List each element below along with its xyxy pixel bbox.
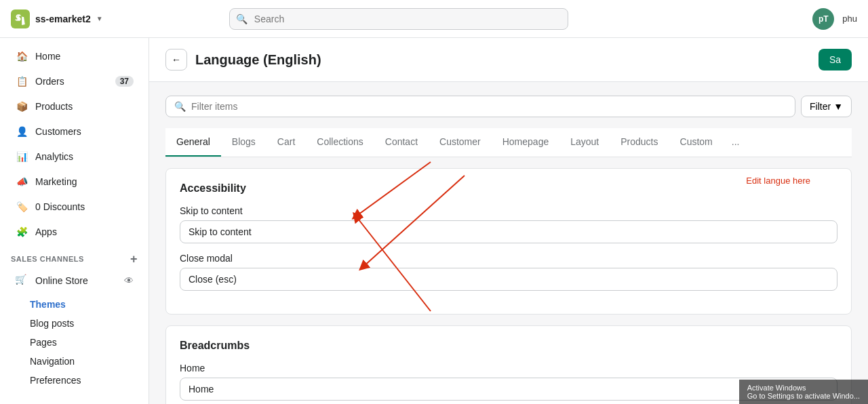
tab-custom[interactable]: Custom	[669, 128, 724, 157]
tab-cart[interactable]: Cart	[267, 128, 306, 157]
sidebar-item-analytics[interactable]: 📊 Analytics	[4, 144, 144, 169]
tab-collections[interactable]: Collections	[306, 128, 374, 157]
username: phu	[842, 14, 857, 24]
sales-channels-section: SALES CHANNELS +	[0, 245, 149, 268]
close-modal-label: Close modal	[180, 253, 837, 264]
filter-chevron-icon: ▼	[833, 101, 843, 112]
add-sales-channel-button[interactable]: +	[130, 253, 138, 265]
search-icon: 🔍	[236, 14, 248, 24]
sidebar: 🏠 Home 📋 Orders 37 📦 Products 👤 Customer…	[0, 38, 149, 404]
filter-input-wrapper: 🔍	[165, 96, 795, 117]
tab-blogs[interactable]: Blogs	[221, 128, 267, 157]
edit-note: Edit langue here	[746, 176, 810, 186]
page-header: ← Language (English) Sa	[149, 38, 868, 82]
tab-homepage[interactable]: Homepage	[492, 128, 560, 157]
marketing-icon: 📣	[15, 175, 28, 188]
sidebar-item-apps[interactable]: 🧩 Apps	[4, 220, 144, 244]
apps-icon: 🧩	[15, 225, 28, 239]
brand[interactable]: ss-emarket2 ▼	[11, 9, 103, 28]
orders-icon: 📋	[15, 75, 28, 88]
filter-input[interactable]	[191, 101, 787, 112]
sidebar-sub-themes[interactable]: Themes	[30, 295, 149, 314]
filter-search-icon: 🔍	[174, 101, 186, 112]
sidebar-sub-navigation[interactable]: Navigation	[30, 352, 149, 371]
filter-bar-row: 🔍 Filter ▼	[165, 96, 852, 117]
tab-general[interactable]: General	[165, 128, 221, 157]
online-store-submenu: Themes Blog posts Pages Navigation Prefe…	[0, 294, 149, 391]
avatar[interactable]: pT	[812, 8, 834, 30]
tab-customer[interactable]: Customer	[429, 128, 492, 157]
shopify-logo	[11, 9, 30, 28]
save-button[interactable]: Sa	[818, 49, 852, 70]
online-store-icon: 🛒	[15, 274, 28, 287]
search-bar: 🔍	[229, 8, 568, 30]
skip-to-content-input[interactable]	[180, 220, 837, 243]
page-title: Language (English)	[195, 52, 810, 68]
tab-layout[interactable]: Layout	[559, 128, 610, 157]
store-name: ss-emarket2	[35, 14, 91, 24]
tab-contact[interactable]: Contact	[374, 128, 429, 157]
topbar: ss-emarket2 ▼ 🔍 pT phu	[0, 0, 868, 38]
sidebar-item-products[interactable]: 📦 Products	[4, 94, 144, 119]
accessibility-title: Accessibility	[180, 182, 837, 195]
sidebar-sub-pages[interactable]: Pages	[30, 333, 149, 352]
sidebar-sub-preferences[interactable]: Preferences	[30, 371, 149, 390]
customers-icon: 👤	[15, 125, 28, 138]
sidebar-item-discounts[interactable]: 🏷️ 0 Discounts	[4, 195, 144, 219]
back-icon: ←	[172, 54, 181, 65]
sidebar-item-home[interactable]: 🏠 Home	[4, 44, 144, 68]
search-input[interactable]	[229, 8, 568, 30]
tabs-bar: General Blogs Cart Collections Contact C…	[165, 128, 852, 157]
skip-to-content-label: Skip to content	[180, 205, 837, 216]
orders-badge: 37	[115, 76, 134, 87]
store-dropdown-icon[interactable]: ▼	[96, 15, 103, 22]
sidebar-item-orders[interactable]: 📋 Orders 37	[4, 69, 144, 94]
sidebar-item-marketing[interactable]: 📣 Marketing	[4, 169, 144, 194]
close-modal-input[interactable]	[180, 268, 837, 291]
analytics-icon: 📊	[15, 150, 28, 163]
content-area: 🔍 Filter ▼ General Blogs Cart Collection…	[149, 82, 868, 404]
main-content: ← Language (English) Sa 🔍 Filter ▼ Gener…	[149, 38, 868, 404]
sidebar-sub-blog-posts[interactable]: Blog posts	[30, 314, 149, 333]
layout: 🏠 Home 📋 Orders 37 📦 Products 👤 Customer…	[0, 38, 868, 404]
windows-watermark: Activate Windows Go to Settings to activ…	[739, 380, 868, 404]
eye-icon[interactable]: 👁	[124, 275, 134, 286]
back-button[interactable]: ←	[165, 49, 187, 70]
sidebar-item-customers[interactable]: 👤 Customers	[4, 119, 144, 144]
sidebar-item-online-store[interactable]: 🛒 Online Store 👁	[4, 268, 144, 293]
breadcrumbs-title: Breadcrumbs	[180, 340, 837, 352]
tab-products[interactable]: Products	[610, 128, 669, 157]
home-field-label: Home	[180, 363, 837, 373]
accessibility-section: Accessibility Edit langue here Skip to c…	[165, 168, 852, 315]
discounts-icon: 🏷️	[15, 200, 28, 214]
home-icon: 🏠	[15, 49, 28, 63]
products-icon: 📦	[15, 100, 28, 113]
filter-button[interactable]: Filter ▼	[801, 96, 852, 117]
tab-more[interactable]: ...	[724, 128, 748, 157]
